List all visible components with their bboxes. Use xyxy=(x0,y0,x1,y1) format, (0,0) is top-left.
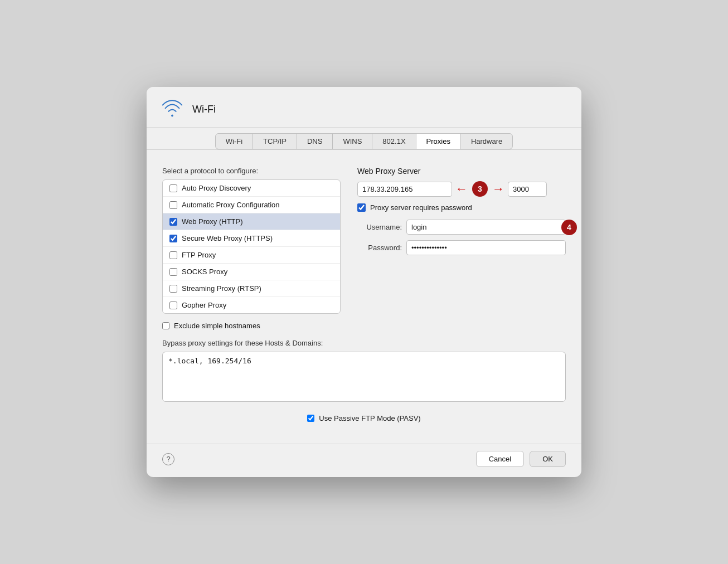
protocol-list: Auto Proxy Discovery Automatic Proxy Con… xyxy=(162,179,341,314)
checkbox-gopher-proxy[interactable] xyxy=(169,302,177,309)
tab-dns[interactable]: DNS xyxy=(297,133,333,149)
tab-wifi[interactable]: Wi-Fi xyxy=(215,133,253,149)
arrow-left-icon: ← xyxy=(455,183,468,195)
protocol-label-ftp-proxy: FTP Proxy xyxy=(182,251,216,259)
tab-wins[interactable]: WINS xyxy=(332,133,372,149)
exclude-hostnames-label: Exclude simple hostnames xyxy=(174,322,260,330)
protocol-label-auto-config: Automatic Proxy Configuration xyxy=(182,201,280,209)
checkbox-auto-discovery[interactable] xyxy=(169,184,177,192)
button-group: Cancel OK xyxy=(476,451,566,467)
protocol-item-ftp-proxy[interactable]: FTP Proxy xyxy=(163,247,340,264)
checkbox-web-proxy-http[interactable] xyxy=(169,218,177,226)
protocol-item-web-proxy-http[interactable]: 1 Web Proxy (HTTP) xyxy=(163,213,340,230)
tab-tcpip[interactable]: TCP/IP xyxy=(253,133,297,149)
checkbox-exclude-hostnames[interactable] xyxy=(162,322,169,329)
server-ip-input[interactable] xyxy=(357,182,452,197)
protocol-label-web-proxy-http: Web Proxy (HTTP) xyxy=(182,217,243,226)
password-label: Password: xyxy=(357,244,402,252)
username-input[interactable] xyxy=(406,220,566,235)
left-panel: Select a protocol to configure: Auto Pro… xyxy=(162,167,341,314)
window-title: Wi-Fi xyxy=(192,104,216,115)
bottom-bar: ? Cancel OK xyxy=(147,444,581,477)
below-list: Exclude simple hostnames Bypass proxy se… xyxy=(162,322,566,422)
protocol-label-auto-discovery: Auto Proxy Discovery xyxy=(182,184,251,192)
checkbox-ftp-proxy[interactable] xyxy=(169,251,177,259)
protocol-label-secure-web-proxy: Secure Web Proxy (HTTPS) xyxy=(182,234,273,242)
web-proxy-server-label: Web Proxy Server xyxy=(357,167,566,176)
help-button[interactable]: ? xyxy=(162,453,174,465)
protocol-panel-label: Select a protocol to configure: xyxy=(162,167,341,175)
right-panel: Web Proxy Server ← 3 → Proxy server requ… xyxy=(357,167,566,314)
protocol-item-secure-web-proxy[interactable]: Secure Web Proxy (HTTPS) xyxy=(163,230,340,247)
requires-password-row: Proxy server requires password xyxy=(357,203,566,212)
username-label: Username: xyxy=(357,223,402,231)
protocol-item-streaming-proxy[interactable]: Streaming Proxy (RTSP) xyxy=(163,280,340,297)
main-layout: Select a protocol to configure: Auto Pro… xyxy=(162,167,566,314)
protocol-item-gopher-proxy[interactable]: Gopher Proxy xyxy=(163,297,340,313)
bypass-textarea[interactable]: *.local, 169.254/16 xyxy=(162,352,566,402)
pasv-label: Use Passive FTP Mode (PASV) xyxy=(319,414,420,422)
checkbox-socks-proxy[interactable] xyxy=(169,268,177,276)
protocol-label-gopher-proxy: Gopher Proxy xyxy=(182,301,226,309)
arrow-right-icon: → xyxy=(492,183,504,195)
server-port-input[interactable] xyxy=(508,182,547,197)
username-row: Username: 4 xyxy=(357,220,566,235)
cancel-button[interactable]: Cancel xyxy=(476,451,524,467)
bypass-label: Bypass proxy settings for these Hosts & … xyxy=(162,339,566,347)
requires-password-label: Proxy server requires password xyxy=(370,203,472,212)
wifi-icon xyxy=(160,97,185,121)
checkbox-requires-password[interactable] xyxy=(357,203,366,212)
checkbox-streaming-proxy[interactable] xyxy=(169,285,177,293)
annotation-badge-4: 4 xyxy=(561,220,577,235)
tab-proxies[interactable]: Proxies xyxy=(416,133,461,149)
checkbox-auto-config[interactable] xyxy=(169,201,177,209)
protocol-label-socks-proxy: SOCKS Proxy xyxy=(182,268,227,276)
title-bar: Wi-Fi xyxy=(147,87,581,128)
main-content: Select a protocol to configure: Auto Pro… xyxy=(147,150,581,439)
pasv-row: Use Passive FTP Mode (PASV) xyxy=(162,414,566,422)
password-input[interactable] xyxy=(406,240,566,255)
protocol-item-auto-discovery[interactable]: Auto Proxy Discovery xyxy=(163,180,340,197)
protocol-label-streaming-proxy: Streaming Proxy (RTSP) xyxy=(182,284,261,293)
checkbox-secure-web-proxy[interactable] xyxy=(169,235,177,242)
server-row: ← 3 → xyxy=(357,181,566,197)
password-row: Password: xyxy=(357,240,566,255)
tab-hardware[interactable]: Hardware xyxy=(460,133,513,149)
protocol-item-auto-config[interactable]: Automatic Proxy Configuration xyxy=(163,197,340,213)
annotation-badge-3: 3 xyxy=(472,181,488,197)
settings-window: Wi-Fi Wi-Fi TCP/IP DNS WINS 802.1X Proxi… xyxy=(147,87,581,477)
ok-button[interactable]: OK xyxy=(530,451,566,467)
tab-8021x[interactable]: 802.1X xyxy=(372,133,416,149)
checkbox-pasv[interactable] xyxy=(307,415,314,422)
protocol-item-socks-proxy[interactable]: 2 SOCKS Proxy xyxy=(163,264,340,280)
tabs-bar: Wi-Fi TCP/IP DNS WINS 802.1X Proxies Har… xyxy=(147,128,581,150)
exclude-hostnames-row: Exclude simple hostnames xyxy=(162,322,566,330)
